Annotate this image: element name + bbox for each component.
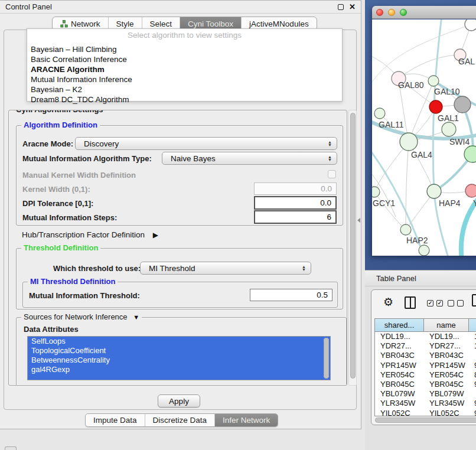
table-header: shared... name: [375, 319, 476, 332]
table-cell: 9.: [469, 399, 476, 408]
table-panel-title: Table Panel: [376, 274, 416, 283]
table-row[interactable]: YBR043CYBR043C: [375, 351, 476, 360]
table-row[interactable]: YBR045CYBR045C9.: [375, 380, 476, 389]
mi-threshold-field[interactable]: 0.5: [250, 289, 332, 301]
splitpane-collapse-icon[interactable]: [357, 218, 360, 223]
network-node-bottom[interactable]: [419, 245, 429, 256]
algorithm-option[interactable]: Basic Correlation Inference: [27, 54, 342, 64]
attributes-scrollbar[interactable]: [324, 338, 329, 379]
table-row[interactable]: YDL19...YDL19...13: [375, 332, 476, 341]
table-row[interactable]: YPR145WYPR145W9.: [375, 361, 476, 370]
table-row[interactable]: YIL052CYIL052C9.: [375, 409, 476, 417]
network-node-gal4[interactable]: [400, 133, 418, 151]
settings-vertical-scrollbar[interactable]: [348, 110, 357, 386]
column-header-shared-name[interactable]: shared...: [375, 319, 424, 331]
table-horizontal-scrollbar[interactable]: [374, 417, 476, 423]
settings-group-title: Cyni Algorithm Settings: [14, 110, 106, 114]
network-node-gray[interactable]: [454, 96, 471, 113]
table-cell: 9.: [469, 409, 476, 417]
checked-box-icon: ✓: [427, 300, 433, 306]
sources-group-title[interactable]: Sources for Network Inference ▼: [21, 313, 142, 321]
tab-label: Style: [116, 19, 134, 28]
hub-transcription-expander[interactable]: Hub/Transcription Factor Definition ▶: [22, 230, 158, 239]
tab-discretize-data[interactable]: Discretize Data: [145, 414, 215, 426]
algorithm-option[interactable]: Dream8 DC_TDC Algorithm: [27, 94, 342, 105]
aracne-mode-label: Aracne Mode:: [22, 139, 73, 148]
close-traffic-light-icon[interactable]: [376, 9, 383, 16]
bottom-tabbar: Impute Data Discretize Data Infer Networ…: [85, 413, 278, 427]
network-node-gcy1[interactable]: [372, 187, 380, 197]
algorithm-option[interactable]: Mutual Information Inference: [27, 74, 342, 84]
table-toolbar: ⚙ ✓ ✓: [371, 290, 476, 317]
algorithm-option[interactable]: Bayesian – Hill Climbing: [27, 44, 342, 54]
attribute-item-partial: [28, 374, 330, 380]
table-cell: YBL079W: [424, 389, 469, 399]
network-node-top[interactable]: [465, 19, 476, 31]
table-cell: 12: [469, 341, 476, 351]
network-edge[interactable]: [374, 192, 406, 230]
tab-impute-data[interactable]: Impute Data: [86, 414, 145, 426]
tab-infer-network[interactable]: Infer Network: [214, 414, 278, 426]
table-row[interactable]: YDR27...YDR27...12: [375, 341, 476, 351]
which-threshold-select[interactable]: MI Threshold ▲▼: [140, 262, 311, 275]
network-node-hap2[interactable]: [400, 224, 411, 235]
attribute-item[interactable]: BetweennessCentrality: [28, 356, 330, 365]
table-cell: [469, 351, 476, 360]
network-node-gal10[interactable]: [428, 76, 439, 86]
aracne-mode-value: Discovery: [84, 139, 119, 148]
network-node-biggreen[interactable]: [464, 146, 476, 162]
deselect-all-columns-icon[interactable]: [448, 300, 464, 306]
manual-kernel-label: Manual Kernel Width Definition: [22, 171, 136, 180]
attribute-item[interactable]: SelfLoops: [28, 337, 330, 346]
gear-icon[interactable]: ⚙: [383, 295, 393, 309]
kernel-width-field[interactable]: 0.0: [254, 182, 337, 195]
checked-box-icon: ✓: [436, 300, 443, 306]
export-table-icon[interactable]: [472, 294, 476, 306]
apply-button[interactable]: Apply: [158, 394, 200, 407]
table-cell: YLR345W: [424, 399, 469, 408]
node-table-subpanel: ⚙ ✓ ✓ shared... name YDL19...YDL19...13Y…: [371, 289, 476, 425]
table-cell: YDR27...: [424, 341, 469, 351]
tab-label: jActiveMNodules: [249, 19, 309, 28]
zoom-traffic-light-icon[interactable]: [400, 9, 407, 16]
columns-icon[interactable]: [405, 296, 416, 309]
algorithm-definition-title: Algorithm Definition: [21, 121, 100, 129]
close-icon[interactable]: ✕: [349, 4, 356, 10]
column-header-partial[interactable]: [469, 319, 476, 331]
mi-threshold-label: Mutual Information Threshold:: [29, 291, 140, 300]
select-all-columns-icon[interactable]: ✓ ✓: [427, 300, 443, 306]
network-node-salmon[interactable]: [465, 184, 476, 197]
network-view-window: GALGAL80GAL10GAL11GAL1SWI4GAL4GCY1HAP4YH…: [372, 6, 476, 256]
column-header-name[interactable]: name: [424, 319, 469, 331]
table-cell: YPR145W: [375, 361, 424, 370]
algorithm-option[interactable]: Bayesian – K2: [27, 84, 342, 94]
dpi-tolerance-field[interactable]: 0.0: [254, 196, 337, 210]
mi-algorithm-type-select[interactable]: Naive Bayes ▲▼: [162, 152, 337, 165]
control-panel-window: Control Panel ✕ Network Style Select Cyn…: [0, 0, 361, 429]
node-label: Y: [473, 198, 476, 208]
minimized-window-icon[interactable]: [5, 446, 17, 450]
node-label: GCY1: [373, 198, 395, 208]
table-row[interactable]: YBL079WYBL079W: [375, 389, 476, 399]
manual-kernel-checkbox[interactable]: [328, 170, 336, 178]
stepper-arrows-icon: ▲▼: [302, 265, 306, 271]
table-row[interactable]: YLR345WYLR345W9.: [375, 399, 476, 408]
attribute-item[interactable]: TopologicalCoefficient: [28, 346, 330, 356]
mi-type-label: Mutual Information Algorithm Type:: [22, 154, 152, 163]
aracne-mode-select[interactable]: Discovery ▲▼: [75, 137, 337, 150]
algorithm-option[interactable]: ARACNE Algorithm: [27, 64, 342, 74]
float-window-icon[interactable]: [338, 4, 344, 10]
network-canvas[interactable]: GALGAL80GAL10GAL11GAL1SWI4GAL4GCY1HAP4YH…: [372, 19, 476, 256]
table-row[interactable]: YER054CYER054C8.: [375, 370, 476, 380]
network-node-hap4[interactable]: [427, 184, 441, 198]
network-node-leftgreen[interactable]: [374, 108, 385, 119]
network-node-gal1[interactable]: [442, 122, 456, 136]
network-edge[interactable]: [399, 55, 460, 79]
network-edge[interactable]: [409, 81, 433, 142]
mi-steps-field[interactable]: 6: [254, 210, 337, 224]
minimize-traffic-light-icon[interactable]: [388, 9, 395, 16]
table-cell: YPR145W: [424, 361, 469, 370]
attribute-item[interactable]: gal4RGexp: [28, 365, 330, 374]
algorithm-definition-group: Algorithm Definition Aracne Mode: Discov…: [16, 125, 343, 226]
network-node-red[interactable]: [429, 100, 442, 113]
